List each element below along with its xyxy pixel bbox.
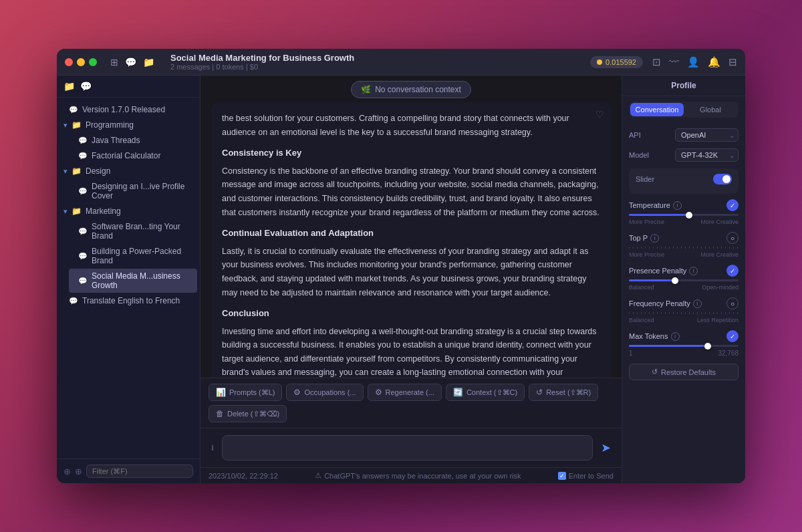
- message-input[interactable]: [222, 435, 593, 460]
- sidebar-folder-design[interactable]: ▾ 📁 Design: [57, 164, 200, 178]
- main-content: 📁 💬 💬 Version 1.7.0 Released ▾ 📁 Program…: [57, 76, 745, 483]
- temperature-enabled[interactable]: ✓: [726, 199, 739, 211]
- sidebar-item-translate[interactable]: 💬 Translate English to French: [59, 293, 197, 308]
- right-panel: Profile Conversation Global API OpenAI: [622, 76, 745, 483]
- delete-button[interactable]: 🗑 Delete (⇧⌘⌫): [209, 405, 287, 422]
- sidebar-folder-programming[interactable]: ▾ 📁 Programming: [57, 118, 200, 132]
- temperature-info-icon[interactable]: i: [673, 201, 682, 210]
- folder-marketing-icon: 📁: [72, 207, 82, 216]
- enter-checkbox[interactable]: ✓: [558, 472, 566, 480]
- regenerate-button[interactable]: ⚙ Regenerate (...: [368, 384, 442, 401]
- frequency-penalty-track: [629, 312, 739, 314]
- message-heading-1: Consistency is Key: [222, 146, 600, 160]
- param-frequency-penalty-header: Frequency Penalty i ○: [629, 297, 739, 309]
- max-tokens-enabled[interactable]: ✓: [726, 330, 739, 342]
- close-button[interactable]: [65, 58, 73, 66]
- sidebar-folder-label: Design: [86, 166, 110, 176]
- sidebar-item-social[interactable]: 💬 Social Media M...usiness Growth: [69, 269, 197, 293]
- api-row: API OpenAI: [629, 128, 739, 142]
- sidebar-folder-label: Programming: [86, 120, 134, 130]
- sidebar-item-software[interactable]: 💬 Software Bran...ting Your Brand: [69, 219, 197, 243]
- context-button[interactable]: 🔄 Context (⇧⌘C): [446, 384, 525, 401]
- frequency-penalty-info-icon[interactable]: i: [693, 299, 702, 308]
- api-select[interactable]: OpenAI: [675, 128, 739, 142]
- max-tokens-thumb[interactable]: [704, 343, 711, 350]
- temperature-labels: More Precise More Creative: [629, 219, 739, 225]
- sidebar-bottom: ⊕ ⊕: [57, 458, 200, 483]
- message-para-3: Lastly, it is crucial to continually eva…: [222, 245, 600, 300]
- message-para-2: Consistency is the backbone of an effect…: [222, 164, 600, 220]
- max-tokens-row: 1 32,768: [629, 350, 739, 357]
- filter-input[interactable]: [86, 464, 193, 478]
- param-temperature-header: Temperature i ✓: [629, 199, 739, 211]
- titlebar: ⊞ 💬 📁 Social Media Marketing for Busines…: [57, 49, 745, 76]
- frequency-penalty-enabled[interactable]: ○: [726, 297, 739, 309]
- status-warning: ⚠ ChatGPT's answers may be inaccurate, u…: [315, 471, 521, 480]
- api-select-wrap: OpenAI: [675, 128, 739, 142]
- sidebar-toggle-icon[interactable]: ⊞: [110, 57, 118, 68]
- sidebar-bottom-icon: ⊕: [63, 467, 71, 477]
- folder-icon[interactable]: 📁: [143, 57, 154, 68]
- reset-icon: ↺: [536, 388, 543, 397]
- top-p-enabled[interactable]: ○: [726, 232, 739, 244]
- param-presence-penalty: Presence Penalty i ✓ Balanced Open-minde…: [629, 265, 739, 291]
- send-button[interactable]: ➤: [598, 438, 614, 458]
- sidebar-new-icon[interactable]: 📁: [63, 81, 75, 92]
- columns-icon[interactable]: ⊟: [728, 56, 737, 68]
- max-tokens-track: [629, 345, 739, 347]
- messages-area[interactable]: ♡ the best solution for your customers. …: [200, 76, 622, 378]
- temperature-thumb[interactable]: [686, 212, 692, 219]
- chat-icon: 💬: [78, 187, 88, 196]
- sidebar-item-building[interactable]: 💬 Building a Power-Packed Brand: [69, 244, 197, 268]
- occupations-button[interactable]: ⚙ Occupations (...: [286, 384, 363, 401]
- chat-icon[interactable]: 💬: [125, 57, 136, 68]
- like-icon[interactable]: ♡: [595, 109, 604, 120]
- chat-icon: 💬: [69, 106, 78, 114]
- tab-conversation[interactable]: Conversation: [630, 103, 684, 116]
- sidebar-item-factorial[interactable]: 💬 Factorial Calculator: [69, 148, 197, 163]
- presence-penalty-thumb[interactable]: [672, 277, 678, 284]
- presence-penalty-labels: Balanced Open-minded: [629, 284, 739, 291]
- tab-global[interactable]: Global: [684, 103, 737, 116]
- input-area: ℹ ➤: [200, 428, 622, 467]
- sidebar-item-designing[interactable]: 💬 Designing an I...ive Profile Cover: [69, 179, 197, 203]
- sidebar-group-design: ▾ 📁 Design 💬 Designing an I...ive Profil…: [57, 164, 200, 203]
- restore-icon: ↺: [652, 368, 658, 376]
- sidebar-item-label: Translate English to French: [82, 296, 180, 305]
- sidebar-item-label: Factorial Calculator: [92, 151, 160, 160]
- title-text: Social Media Marketing for Business Grow…: [170, 53, 354, 63]
- warning-icon: ⚠: [315, 471, 321, 480]
- max-tokens-info-icon[interactable]: i: [671, 332, 680, 341]
- restore-defaults-button[interactable]: ↺ Restore Defaults: [629, 364, 739, 380]
- reset-button[interactable]: ↺ Reset (⇧⌘R): [529, 384, 598, 401]
- titlebar-right: 0.015592 ⊡ 〰 👤 🔔 ⊟: [590, 56, 737, 68]
- param-max-tokens-name: Max Tokens i: [629, 332, 680, 341]
- bell-icon[interactable]: 🔔: [708, 56, 720, 68]
- sidebar-chat-icon[interactable]: 💬: [80, 81, 92, 92]
- presence-penalty-info-icon[interactable]: i: [689, 267, 698, 275]
- toolbar: 📊 Prompts (⌘L) ⚙ Occupations (... ⚙ Rege…: [200, 378, 622, 428]
- max-tokens-label-right: 32,768: [718, 350, 739, 357]
- prompts-button[interactable]: 📊 Prompts (⌘L): [209, 384, 282, 401]
- sidebar-item-version[interactable]: 💬 Version 1.7.0 Released: [59, 102, 197, 117]
- regenerate-label: Regenerate (...: [386, 388, 434, 396]
- prompts-label: Prompts (⌘L): [229, 388, 275, 397]
- chat-icon: 💬: [69, 297, 78, 305]
- sidebar-item-java[interactable]: 💬 Java Threads: [69, 133, 197, 148]
- slider-toggle[interactable]: [713, 174, 732, 184]
- model-select[interactable]: GPT-4-32K: [675, 148, 739, 162]
- layout-icon[interactable]: ⊡: [652, 56, 661, 68]
- sidebar-folder-marketing[interactable]: ▾ 📁 Marketing: [57, 204, 200, 219]
- chat-icon: 💬: [78, 136, 88, 145]
- timestamp: 2023/10/02, 22:29:12: [209, 472, 278, 480]
- sidebar-group-children-programming: 💬 Java Threads 💬 Factorial Calculator: [57, 133, 200, 163]
- param-frequency-penalty-name: Frequency Penalty i: [629, 299, 702, 308]
- presence-penalty-track: [629, 279, 739, 281]
- profile-icon[interactable]: 👤: [687, 56, 700, 68]
- sidebar-item-label: Java Threads: [92, 136, 140, 145]
- minimize-button[interactable]: [77, 58, 85, 66]
- waveform-icon[interactable]: 〰: [669, 56, 679, 68]
- maximize-button[interactable]: [89, 58, 97, 66]
- top-p-info-icon[interactable]: i: [650, 234, 659, 243]
- presence-penalty-enabled[interactable]: ✓: [726, 265, 739, 277]
